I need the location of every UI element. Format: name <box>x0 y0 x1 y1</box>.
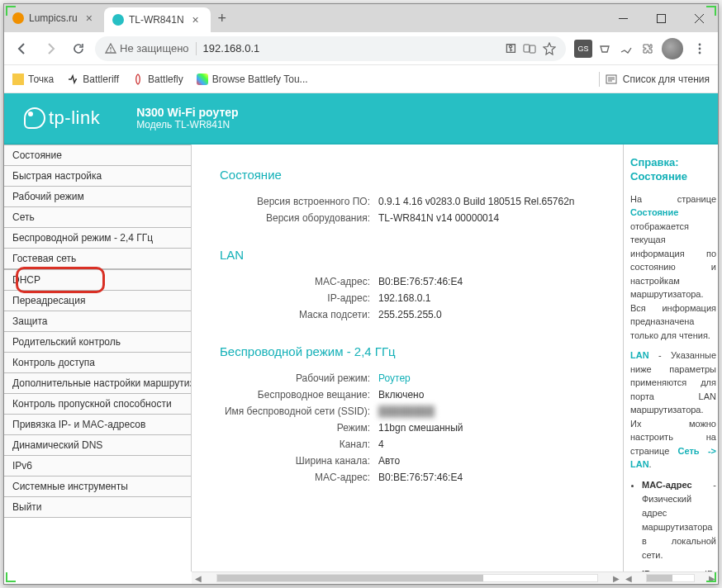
help-panel[interactable]: Справка: Состояние На странице Состояние… <box>623 145 718 571</box>
address-bar[interactable]: Не защищено 192.168.0.1 ⚿ <box>95 36 566 61</box>
hw-label: Версия оборудования: <box>220 212 378 224</box>
sidebar-item[interactable]: Сеть <box>4 207 191 228</box>
sidebar-item[interactable]: Гостевая сеть <box>4 249 191 269</box>
wmac-value: B0:BE:76:57:46:E4 <box>378 472 463 483</box>
sidebar-item[interactable]: Переадресация <box>4 291 191 311</box>
not-secure-chip[interactable]: Не защищено <box>105 42 189 55</box>
sidebar-item[interactable]: Родительский контроль <box>4 332 191 353</box>
sidebar-item[interactable]: Выйти <box>4 497 191 518</box>
bookmark-item[interactable]: Browse Battlefy Tou... <box>197 74 308 85</box>
extension-icon[interactable]: GS <box>574 40 592 58</box>
close-icon[interactable]: × <box>83 12 96 25</box>
header-text: N300 Wi-Fi роутер Модель TL-WR841N <box>136 106 238 130</box>
ip-value: 192.168.0.1 <box>378 292 430 304</box>
help-title: Справка: Состояние <box>630 156 716 184</box>
bookmark-favicon <box>132 74 144 85</box>
bookmark-favicon <box>67 74 78 85</box>
ip-label: IP-адрес: <box>220 292 378 304</box>
router-header: tp-link N300 Wi-Fi роутер Модель TL-WR84… <box>4 93 718 143</box>
back-button[interactable] <box>11 37 34 60</box>
svg-rect-3 <box>530 45 535 53</box>
bookmark-favicon <box>12 74 24 85</box>
bookmark-item[interactable]: Battleriff <box>67 74 119 85</box>
mask-label: Маска подсети: <box>220 309 378 320</box>
mac-value: B0:BE:76:57:46:E4 <box>378 276 463 287</box>
wmac-label: MAC-адрес: <box>220 472 378 483</box>
bookmarks-bar: Точка Battleriff Battlefly Browse Battle… <box>4 65 718 93</box>
window-controls <box>604 4 718 32</box>
sidebar-item[interactable]: Быстрая настройка <box>4 166 191 187</box>
browser-window: Lumpics.ru × TL-WR841N × + <box>3 3 719 585</box>
chan-value: 4 <box>378 439 384 450</box>
extension-icon[interactable] <box>596 40 614 58</box>
sidebar-item[interactable]: Привязка IP- и MAC-адресов <box>4 415 191 435</box>
svg-point-6 <box>699 51 701 54</box>
maximize-button[interactable] <box>642 4 680 32</box>
minimize-button[interactable] <box>604 4 642 32</box>
screenshot-corner <box>706 572 716 582</box>
brand-logo: tp-link <box>24 107 100 129</box>
titlebar: Lumpics.ru × TL-WR841N × + <box>4 4 718 32</box>
bookmark-item[interactable]: Точка <box>12 74 54 85</box>
extensions-puzzle-icon[interactable] <box>639 40 657 58</box>
svg-point-5 <box>699 47 701 50</box>
separator <box>599 72 600 87</box>
profile-avatar[interactable] <box>662 38 683 59</box>
browser-tab-router[interactable]: TL-WR841N × <box>104 7 211 32</box>
sidebar-item[interactable]: IPv6 <box>4 456 191 477</box>
kebab-menu-icon[interactable] <box>688 37 711 60</box>
bookmark-label: Battlefly <box>148 74 183 85</box>
browser-tab-lumpics[interactable]: Lumpics.ru × <box>4 4 104 32</box>
horizontal-scrollbar[interactable]: ◀ ▶ <box>192 571 623 584</box>
wmode-label: Рабочий режим: <box>220 372 378 384</box>
reading-list-button[interactable]: Список для чтения <box>599 72 710 87</box>
sidebar-item[interactable]: Системные инструменты <box>4 477 191 497</box>
screenshot-corner <box>6 572 16 582</box>
sidebar-item[interactable]: Рабочий режим <box>4 187 191 207</box>
translate-icon[interactable] <box>523 42 536 55</box>
section-title-wlan: Беспроводной режим - 2,4 ГГц <box>220 336 606 370</box>
extensions-area: GS <box>574 40 657 58</box>
help-list: MAC-адрес - Физический адрес маршрутизат… <box>630 478 716 571</box>
bookmark-item[interactable]: Battlefly <box>132 74 183 85</box>
svg-point-1 <box>110 50 112 52</box>
fw-value: 0.9.1 4.16 v0283.0 Build 180515 Rel.6576… <box>378 196 575 207</box>
sidebar-item[interactable]: Защита <box>4 311 191 332</box>
reload-button[interactable] <box>67 37 90 60</box>
section-title: Состояние <box>220 159 606 193</box>
tab-title: TL-WR841N <box>129 14 184 26</box>
key-icon[interactable]: ⚿ <box>506 42 516 55</box>
sidebar-item[interactable]: Состояние <box>4 145 191 166</box>
main-area: Состояние Версия встроенного ПО:0.9.1 4.… <box>192 145 718 571</box>
sidebar-item[interactable]: Дополнительные настройки маршрутизации <box>4 373 191 394</box>
extension-icon[interactable] <box>617 40 635 58</box>
omnibox-actions: ⚿ <box>506 42 556 55</box>
help-keyword: LAN <box>630 350 649 360</box>
nav-sidebar[interactable]: СостояниеБыстрая настройкаРабочий режимС… <box>4 145 192 571</box>
status-panel[interactable]: Состояние Версия встроенного ПО:0.9.1 4.… <box>192 145 623 571</box>
mac-label: MAC-адрес: <box>220 276 378 287</box>
sidebar-item[interactable]: DHCP <box>4 269 191 291</box>
forward-button[interactable] <box>39 37 62 60</box>
url-text: 192.168.0.1 <box>203 42 260 55</box>
not-secure-label: Не защищено <box>120 42 189 55</box>
screenshot-corner <box>706 6 716 16</box>
sidebar-item[interactable]: Контроль доступа <box>4 353 191 373</box>
horizontal-scrollbar[interactable]: ◀ ▶ <box>623 571 718 584</box>
bcast-label: Беспроводное вещание: <box>220 389 378 401</box>
sidebar-item[interactable]: Динамический DNS <box>4 435 191 456</box>
bookmark-label: Browse Battlefy Tou... <box>212 74 308 85</box>
nav-toolbar: Не защищено 192.168.0.1 ⚿ GS <box>4 32 718 65</box>
help-keyword: Состояние <box>630 207 678 217</box>
sidebar-item[interactable]: Беспроводной режим - 2,4 ГГц <box>4 228 191 249</box>
close-icon[interactable]: × <box>189 13 202 26</box>
bookmark-label: Точка <box>28 74 54 85</box>
bookmark-star-icon[interactable] <box>543 42 556 55</box>
svg-point-4 <box>699 43 701 45</box>
new-tab-button[interactable]: + <box>211 4 234 32</box>
logo-mark <box>24 107 45 129</box>
wifimode-label: Режим: <box>220 422 378 434</box>
router-body: СостояниеБыстрая настройкаРабочий режимС… <box>4 143 718 571</box>
brand-name: tp-link <box>49 107 100 129</box>
sidebar-item[interactable]: Контроль пропускной способности <box>4 394 191 415</box>
